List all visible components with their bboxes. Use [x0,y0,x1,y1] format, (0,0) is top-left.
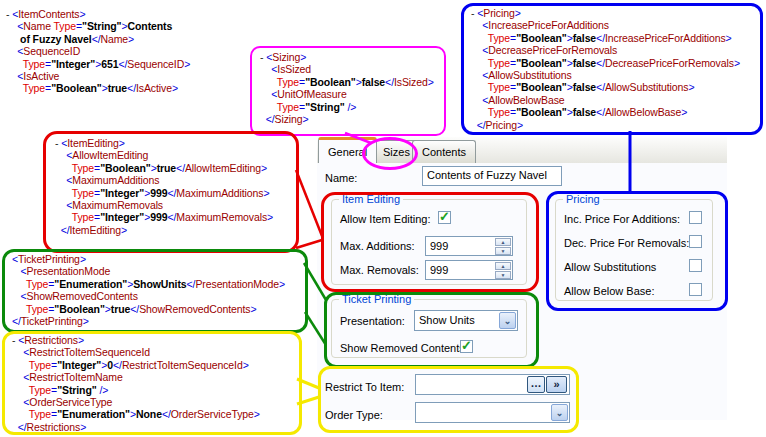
xml-block-item-editing: - <ItemEditing> <AllowItemEditing Type="… [55,137,273,236]
xml-line: <MaximumRemovals [55,199,273,211]
xml-line: - <Restrictions> [12,334,260,346]
xml-line: <ShowRemovedContents [12,290,285,302]
max-additions-spin-down-button[interactable]: ▼ [495,247,511,255]
xml-line: <Name Type="String">Contents [6,20,190,32]
group-pricing: Pricing Inc. Price For Additions: Dec. P… [555,199,713,301]
max-additions-value: 999 [430,240,448,252]
xml-line: Type="Integer">0</RestrictToItemSequence… [12,359,260,371]
xml-line: <AllowSubstitutions [471,69,740,81]
max-additions-label: Max. Additions: [340,240,415,252]
xml-line: Type="Boolean">true</AllowItemEditing> [55,162,273,174]
max-additions-stepper[interactable]: 999 ▲ ▼ [425,236,513,256]
xml-line: <AllowBelowBase [471,94,740,106]
xml-line: <IncreasePriceForAdditions [471,19,740,31]
xml-line: <RestrictToItemName [12,371,260,383]
connector-restrictions-lower [297,397,319,404]
tab-contents[interactable]: Contents [412,140,476,163]
xml-line: - <Sizing> [260,51,434,63]
xml-line: Type="Boolean">false</IncreasePriceForAd… [471,32,740,44]
dec-price-removals-label: Dec. Price For Removals: [564,237,689,249]
xml-line: - <ItemContents> [6,8,190,20]
group-ticket-printing-title: Ticket Printing [339,293,414,305]
order-type-dropdown[interactable]: ⌄ [415,402,570,423]
connector-restrictions-upper [297,379,319,388]
xml-line: Type="Boolean">false</IsSized> [260,76,434,88]
max-removals-label: Max. Removals: [340,264,419,276]
xml-line: </ItemEditing> [55,224,273,236]
group-item-editing-title: Item Editing [339,193,403,205]
presentation-dropdown[interactable]: Show Units ⌄ [414,310,518,331]
xml-block-pricing: - <Pricing> <IncreasePriceForAdditions T… [471,7,740,131]
xml-line: <PresentationMode [12,265,285,277]
group-ticket-printing: Ticket Printing Presentation: Show Units… [331,299,527,358]
xml-line: Type="Boolean">false</DecreasePriceForRe… [471,57,740,69]
xml-line: Type="Integer">999</MaximumAdditions> [55,187,273,199]
xml-line: Type="Integer">651</SequenceID> [6,58,190,70]
group-pricing-title: Pricing [563,193,603,205]
xml-line: of Fuzzy Navel</Name> [6,33,190,45]
xml-line: - <Pricing> [471,7,740,19]
inc-price-additions-checkbox[interactable] [689,211,702,224]
name-label: Name: [325,172,357,184]
xml-block-restrictions: - <Restrictions> <RestrictToItemSequence… [12,334,260,433]
order-type-label: Order Type: [325,409,383,421]
xml-block-ticket-printing: <TicketPrinting> <PresentationMode Type=… [12,253,285,327]
xml-line: <OrderServiceType [12,396,260,408]
xml-line: <RestrictToItemSequenceId [12,346,260,358]
allow-item-editing-label: Allow Item Editing: [340,213,430,225]
xml-line: Type="String" /> [260,101,434,113]
xml-line: </Sizing> [260,113,434,125]
xml-line: <IsActive [6,70,190,82]
restrict-to-item-label: Restrict To Item: [325,381,404,393]
ellipsis-icon: … [531,377,542,389]
allow-below-base-label: Allow Below Base: [564,285,655,297]
show-removed-contents-label: Show Removed Contents: [340,342,468,354]
restrict-expand-button[interactable]: » [546,376,567,393]
xml-block-sizing: - <Sizing> <IsSized Type="Boolean">false… [260,51,434,125]
tab-contents-label: Contents [422,146,466,158]
xml-line: <MaximumAdditions [55,174,273,186]
max-additions-spin-up-button[interactable]: ▲ [495,238,511,246]
dec-price-removals-checkbox[interactable] [689,235,702,248]
tab-strip: General Sizes Contents [317,137,727,164]
xml-line: </Pricing> [471,119,740,131]
xml-line: <SequenceID [6,45,190,57]
allow-below-base-checkbox[interactable] [689,283,702,296]
presentation-dropdown-chevron-icon[interactable]: ⌄ [499,312,516,329]
xml-line: <UnitOfMeasure [260,88,434,100]
xml-line: <TicketPrinting> [12,253,285,265]
xml-line: Type="String" /> [12,384,260,396]
xml-line: Type="Boolean">false</AllowSubstitutions… [471,81,740,93]
screen: - <ItemContents> <Name Type="String">Con… [0,0,766,437]
xml-line: Type="Boolean">true</ShowRemovedContents… [12,303,285,315]
tab-sizes-label: Sizes [383,146,410,158]
allow-substitutions-checkbox[interactable] [689,259,702,272]
xml-line: Type="Boolean">true</IsActive> [6,82,190,94]
xml-block-item-contents: - <ItemContents> <Name Type="String">Con… [6,8,190,95]
tab-general-label: General [328,146,367,158]
allow-substitutions-label: Allow Substitutions [564,261,656,273]
double-chevron-right-icon: » [553,378,559,390]
xml-line: <AllowItemEditing [55,149,273,161]
xml-line: Type="Enumeration">None</OrderServiceTyp… [12,408,260,420]
presentation-label: Presentation: [340,315,405,327]
restrict-browse-button[interactable]: … [527,376,545,393]
max-removals-spin-down-button[interactable]: ▼ [495,271,511,279]
xml-line: - <ItemEditing> [55,137,273,149]
order-type-dropdown-chevron-icon[interactable]: ⌄ [551,404,568,421]
tab-page-general: Name: Contents of Fuzzy Navel Item Editi… [317,163,727,420]
xml-line: </Restrictions> [12,421,260,433]
xml-line: Type="Enumeration">ShowUnits</Presentati… [12,278,285,290]
inc-price-additions-label: Inc. Price For Additions: [564,213,680,225]
max-removals-stepper[interactable]: 999 ▲ ▼ [425,260,513,280]
xml-line: <IsSized [260,63,434,75]
show-removed-contents-checkbox[interactable] [460,340,473,353]
xml-line: Type="Boolean">false</AllowBelowBase> [471,106,740,118]
presentation-dropdown-value: Show Units [419,314,475,326]
name-input[interactable]: Contents of Fuzzy Navel [422,166,562,186]
xml-line: <DecreasePriceForRemovals [471,44,740,56]
allow-item-editing-checkbox[interactable] [438,211,451,224]
xml-line: </TicketPrinting> [12,315,285,327]
tab-general[interactable]: General [318,137,377,166]
max-removals-spin-up-button[interactable]: ▲ [495,262,511,270]
